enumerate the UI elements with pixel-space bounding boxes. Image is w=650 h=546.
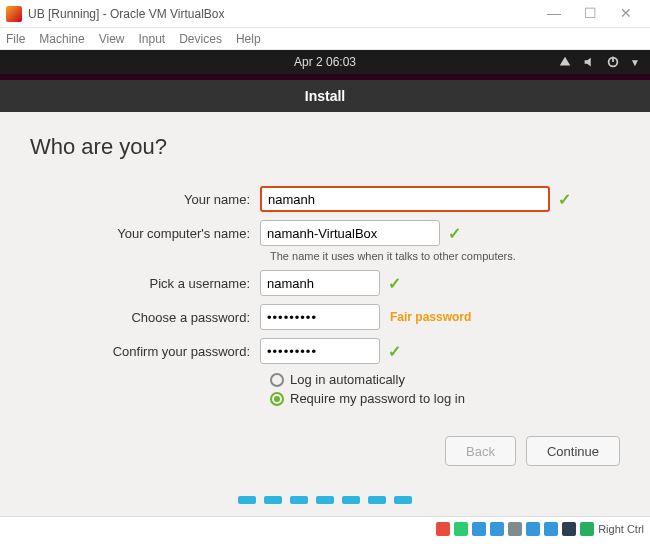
menu-devices[interactable]: Devices (179, 32, 222, 46)
ubuntu-datetime: Apr 2 06:03 (294, 55, 356, 69)
progress-indicator (238, 496, 412, 504)
label-computer: Your computer's name: (30, 226, 260, 241)
menu-file[interactable]: File (6, 32, 25, 46)
progress-dot (264, 496, 282, 504)
vm-display: Apr 2 06:03 ▼ Install Who are you? Your … (0, 50, 650, 516)
window-titlebar: UB [Running] - Oracle VM VirtualBox — ☐ … (0, 0, 650, 28)
menu-input[interactable]: Input (139, 32, 166, 46)
label-name: Your name: (30, 192, 260, 207)
installer-titlebar: Install (0, 80, 650, 112)
svg-rect-1 (612, 57, 614, 62)
radio-require-password[interactable]: Require my password to log in (270, 391, 620, 406)
name-input[interactable] (260, 186, 550, 212)
progress-dot (316, 496, 334, 504)
volume-icon[interactable] (582, 55, 596, 69)
virtualbox-statusbar: Right Ctrl (0, 516, 650, 540)
password-input[interactable] (260, 304, 380, 330)
radio-auto-label: Log in automatically (290, 372, 405, 387)
display-icon[interactable] (544, 522, 558, 536)
shared-folders-icon[interactable] (526, 522, 540, 536)
check-icon: ✓ (448, 224, 461, 243)
radio-icon-selected (270, 392, 284, 406)
password-strength: Fair password (390, 310, 471, 324)
virtualbox-icon (6, 6, 22, 22)
chevron-down-icon[interactable]: ▼ (630, 57, 640, 68)
computer-input[interactable] (260, 220, 440, 246)
radio-icon (270, 373, 284, 387)
hard-disk-icon[interactable] (436, 522, 450, 536)
page-title: Who are you? (30, 134, 620, 160)
radio-require-label: Require my password to log in (290, 391, 465, 406)
usb-icon[interactable] (508, 522, 522, 536)
menu-machine[interactable]: Machine (39, 32, 84, 46)
label-confirm: Confirm your password: (30, 344, 260, 359)
network-icon[interactable] (558, 55, 572, 69)
progress-dot (342, 496, 360, 504)
menu-view[interactable]: View (99, 32, 125, 46)
username-input[interactable] (260, 270, 380, 296)
installer-content: Who are you? Your name: ✓ Your computer'… (0, 112, 650, 406)
optical-drive-icon[interactable] (454, 522, 468, 536)
menubar: File Machine View Input Devices Help (0, 28, 650, 50)
continue-button[interactable]: Continue (526, 436, 620, 466)
network-icon[interactable] (490, 522, 504, 536)
ubuntu-top-panel: Apr 2 06:03 ▼ (0, 50, 650, 74)
hostkey-icon[interactable] (580, 522, 594, 536)
progress-dot (368, 496, 386, 504)
radio-auto-login[interactable]: Log in automatically (270, 372, 620, 387)
close-button[interactable]: ✕ (608, 4, 644, 24)
check-icon: ✓ (388, 342, 401, 361)
power-icon[interactable] (606, 55, 620, 69)
window-title: UB [Running] - Oracle VM VirtualBox (28, 7, 536, 21)
menu-help[interactable]: Help (236, 32, 261, 46)
label-username: Pick a username: (30, 276, 260, 291)
progress-dot (290, 496, 308, 504)
back-button[interactable]: Back (445, 436, 516, 466)
nav-buttons: Back Continue (445, 436, 620, 466)
progress-dot (394, 496, 412, 504)
computer-hint: The name it uses when it talks to other … (270, 250, 620, 262)
hostkey-label: Right Ctrl (598, 523, 644, 535)
check-icon: ✓ (388, 274, 401, 293)
label-password: Choose a password: (30, 310, 260, 325)
progress-dot (238, 496, 256, 504)
minimize-button[interactable]: — (536, 4, 572, 24)
confirm-input[interactable] (260, 338, 380, 364)
maximize-button[interactable]: ☐ (572, 4, 608, 24)
recording-icon[interactable] (562, 522, 576, 536)
audio-icon[interactable] (472, 522, 486, 536)
check-icon: ✓ (558, 190, 571, 209)
ubuntu-system-tray: ▼ (558, 55, 640, 69)
